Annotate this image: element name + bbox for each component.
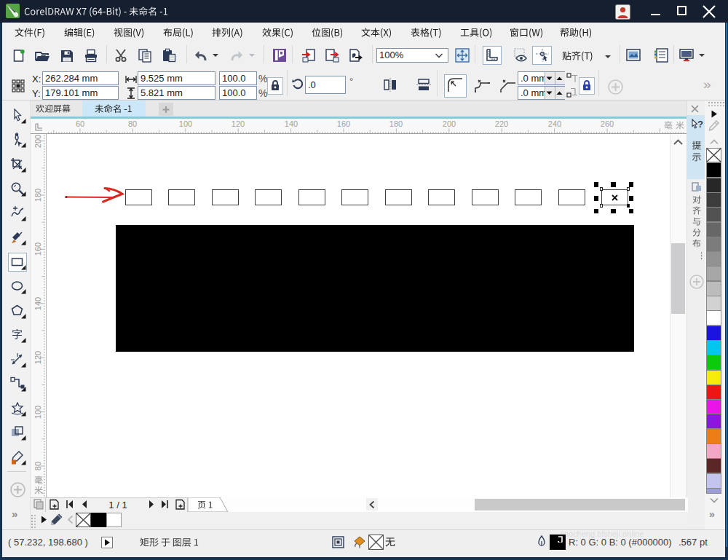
svg-text:?: ? bbox=[697, 119, 703, 130]
